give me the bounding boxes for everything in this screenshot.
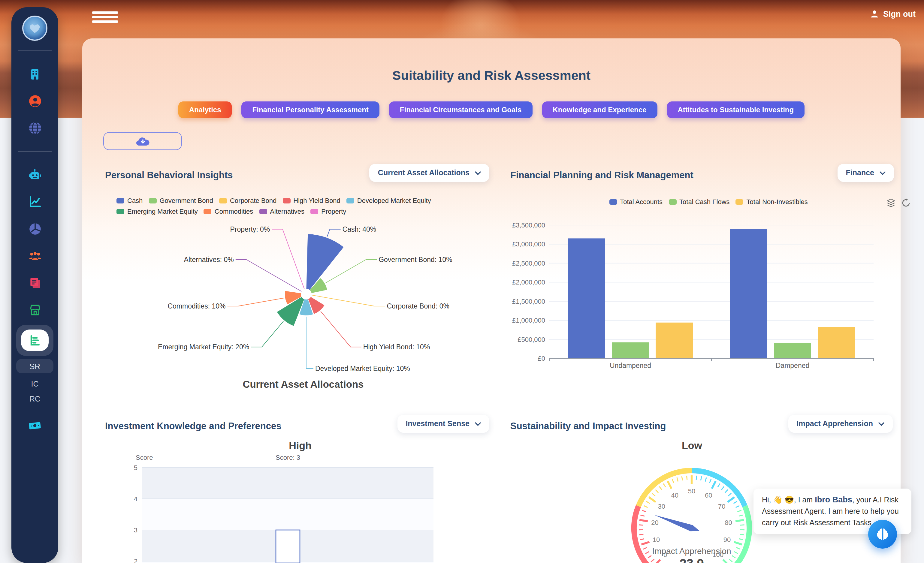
legend-swatch xyxy=(282,198,290,203)
sidebar-item-suitability-report-active[interactable] xyxy=(16,325,53,356)
bar xyxy=(730,229,767,358)
building-icon xyxy=(28,67,41,81)
legend-label: Alternatives xyxy=(270,208,304,215)
legend-item[interactable]: Total Cash Flows xyxy=(669,198,730,205)
legend-swatch xyxy=(204,208,212,214)
bar xyxy=(818,327,855,358)
sustainability-dropdown[interactable]: Impact Apprehension xyxy=(788,415,893,433)
sidebar-group-main xyxy=(11,162,58,323)
stack-toggle-icon[interactable] xyxy=(886,198,896,208)
behavioral-dropdown[interactable]: Current Asset Allocations xyxy=(369,164,489,182)
bar-chart-icon xyxy=(28,334,41,347)
y-axis-label: 3 xyxy=(134,526,138,534)
sidebar-divider xyxy=(18,51,52,51)
restore-icon[interactable] xyxy=(901,198,911,208)
gauge-tick-label: 80 xyxy=(724,519,732,526)
investment-knowledge-chart: 5432ScoreScore: 3 xyxy=(105,441,495,563)
x-axis-label: Undampened xyxy=(610,362,651,370)
tab-analytics[interactable]: Analytics xyxy=(178,102,232,118)
legend-swatch xyxy=(259,208,267,214)
financial-dropdown-value: Finance xyxy=(846,169,874,177)
sidebar-shortcut-sr[interactable]: SR xyxy=(16,359,53,373)
ai-assistant-fab[interactable] xyxy=(868,520,897,549)
legend-item[interactable]: Government Bond xyxy=(148,197,213,204)
chat-greeting-prefix: Hi, 👋 😎, I am xyxy=(762,496,815,504)
signout-button[interactable]: Sign out xyxy=(870,10,916,19)
sidebar-item-reports[interactable] xyxy=(11,270,58,296)
score-bar xyxy=(276,530,300,563)
gauge-tick xyxy=(659,487,662,490)
label-line xyxy=(236,260,302,291)
gauge-tick xyxy=(644,506,648,508)
knowledge-dropdown[interactable]: Investment Sense xyxy=(397,415,489,433)
bar-value-label: Score: 3 xyxy=(276,454,300,461)
logo-heart-icon xyxy=(27,20,43,36)
legend-item[interactable]: Developed Market Equity xyxy=(346,197,431,204)
financial-dropdown[interactable]: Finance xyxy=(837,164,894,182)
gauge-tick xyxy=(645,552,649,554)
gauge-tick xyxy=(652,493,656,496)
gauge-tick xyxy=(640,539,644,540)
sidebar: SR IC RC xyxy=(11,7,58,563)
y-axis-label: £2,000,000 xyxy=(512,279,545,286)
gauge-tick xyxy=(740,525,744,525)
upload-button[interactable] xyxy=(103,132,182,150)
gauge-tick xyxy=(732,556,735,558)
sidebar-item-company[interactable] xyxy=(11,61,58,88)
gauge-tick xyxy=(654,560,660,563)
hamburger-menu-icon[interactable] xyxy=(92,11,118,23)
legend-swatch xyxy=(736,199,744,204)
gauge-tick xyxy=(639,534,644,535)
gauge-tick xyxy=(668,481,672,488)
tab-financial-personality-assessment[interactable]: Financial Personality Assessment xyxy=(242,102,380,118)
legend-item[interactable]: High Yield Bond xyxy=(282,197,340,204)
gauge-tick xyxy=(729,559,732,562)
sidebar-shortcut-rc[interactable]: RC xyxy=(29,395,40,403)
rose-label: Emerging Market Equity: 20% xyxy=(158,343,249,351)
brain-icon xyxy=(875,526,890,542)
label-line xyxy=(326,260,377,283)
legend-item[interactable]: Total Accounts xyxy=(609,198,663,205)
page: SR IC RC Sign out Suitability and Risk A… xyxy=(0,0,924,563)
gauge-arc-segment xyxy=(692,470,745,506)
gauge-tick xyxy=(700,476,702,481)
gauge-value: 23.9 xyxy=(680,556,704,563)
legend-item[interactable]: Commodities xyxy=(204,208,253,215)
sidebar-item-global[interactable] xyxy=(11,115,58,142)
app-logo[interactable] xyxy=(22,16,47,41)
tab-attitudes-sustainable-investing[interactable]: Attitudes to Sustainable Investing xyxy=(667,102,804,118)
rose-label: High Yield Bond: 10% xyxy=(363,343,430,351)
chevron-down-icon xyxy=(475,171,481,175)
tab-financial-circumstances-goals[interactable]: Financial Circumstances and Goals xyxy=(389,102,532,118)
gauge-tick-label: 50 xyxy=(688,487,695,495)
sidebar-item-allocations[interactable] xyxy=(11,216,58,243)
sidebar-item-profile[interactable] xyxy=(11,88,58,115)
legend-item[interactable]: Corporate Bond xyxy=(219,197,276,204)
section-heading-sustainability: Sustainability and Impact Investing xyxy=(510,421,666,431)
section-heading-financial: Financial Planning and Risk Management xyxy=(510,170,693,181)
legend-item[interactable]: Cash xyxy=(117,197,142,204)
pie-chart-icon xyxy=(28,222,42,236)
sidebar-shortcut-ic[interactable]: IC xyxy=(31,380,39,388)
gauge-tick-label: 70 xyxy=(718,503,725,510)
legend-label: Corporate Bond xyxy=(230,197,276,204)
person-icon xyxy=(870,10,879,19)
sidebar-item-analytics[interactable] xyxy=(11,189,58,216)
tab-knowledge-experience[interactable]: Knowledge and Experience xyxy=(542,102,657,118)
legend-label: Government Bond xyxy=(159,197,213,204)
legend-item[interactable]: Alternatives xyxy=(259,208,304,215)
legend-item[interactable]: Emerging Market Equity xyxy=(117,208,198,215)
sidebar-item-marketplace[interactable] xyxy=(11,296,58,323)
gauge-tick xyxy=(728,493,732,496)
legend-item[interactable]: Property xyxy=(310,208,346,215)
y-axis-label: £2,500,000 xyxy=(512,260,545,267)
gauge-name: Impact Apprehension xyxy=(652,547,731,556)
sidebar-item-ai-agent[interactable] xyxy=(11,162,58,189)
gauge-tick xyxy=(723,560,729,563)
legend-item[interactable]: Total Non-Investibles xyxy=(736,198,808,205)
axis-name: Score xyxy=(136,454,153,461)
sidebar-item-cash[interactable] xyxy=(11,412,58,439)
sidebar-item-clients[interactable] xyxy=(11,243,58,270)
robot-icon xyxy=(28,168,42,182)
gauge-tick xyxy=(646,501,650,503)
